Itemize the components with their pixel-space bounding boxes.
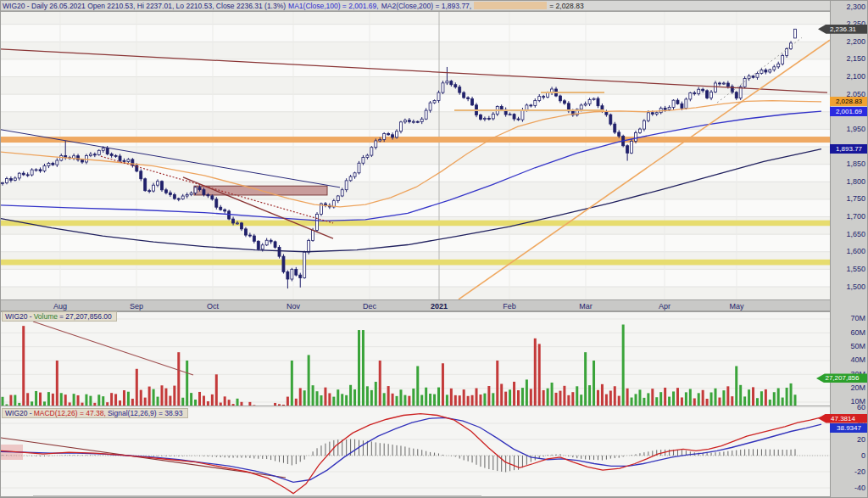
- ma1-legend-text: MA1(Close,100) = 2,001.69,: [288, 2, 379, 10]
- month-label-Dec: Dec: [353, 302, 387, 311]
- month-label-Oct: Oct: [196, 302, 230, 311]
- price-tick-1550: 1,550: [832, 265, 865, 274]
- month-label-Nov: Nov: [276, 302, 310, 311]
- price-tick-1950: 1,950: [832, 125, 865, 134]
- ma2-legend-text: MA2(Close,200) = 1,893.77,: [381, 2, 472, 10]
- volume-tick-20: 20M: [832, 383, 865, 393]
- pane-separator: [1, 311, 830, 312]
- month-label-Feb: Feb: [492, 302, 526, 311]
- volume-tick-40: 40M: [832, 355, 865, 365]
- volume-pane[interactable]: [1, 311, 830, 406]
- ma3-highlight-swatch[interactable]: [474, 2, 547, 9]
- macd-tick-60: 60: [832, 403, 865, 412]
- chart-canvas[interactable]: [1, 1, 868, 498]
- price-tick-1500: 1,500: [832, 283, 865, 292]
- pane-separator: [1, 299, 830, 300]
- month-label-Sep: Sep: [120, 302, 153, 311]
- macd-pane[interactable]: [1, 407, 830, 496]
- macd-tick--20: -20: [832, 467, 865, 477]
- price-tick-1800: 1,800: [832, 177, 865, 187]
- volume-indicator-text: Volume: [34, 312, 58, 321]
- macd-tick-0: 0: [832, 451, 865, 461]
- price-tick-1650: 1,650: [832, 230, 865, 239]
- chart-title-bar: WIG20 - Daily 26.05.2021 Open 2210.53, H…: [1, 1, 830, 11]
- month-label-Apr: Apr: [648, 302, 682, 311]
- orange-resistance-band: [1, 137, 830, 143]
- volume-value-text: = 27,207,856.00: [59, 312, 112, 321]
- price-badge-1,893.77: 1,893.77: [830, 144, 868, 154]
- volume-tick-50: 50M: [832, 342, 865, 351]
- price-pane[interactable]: [1, 1, 830, 305]
- macd-signal-text: Signal(12,26,9) = 38.93: [108, 409, 183, 417]
- price-tick-2100: 2,100: [832, 72, 865, 81]
- macd-pane-header: WIG20 - MACD(12,26) = 47.38, Signal(12,2…: [2, 408, 188, 418]
- month-label-May: May: [720, 302, 754, 311]
- month-label-2021: 2021: [422, 302, 456, 311]
- chart-application-window: WIG20 - Daily 26.05.2021 Open 2210.53, H…: [0, 0, 868, 498]
- pane-separator: [1, 11, 830, 12]
- volume-pane-header: WIG20 - Volume = 27,207,856.00: [2, 311, 117, 322]
- price-tick-2200: 2,200: [832, 37, 865, 47]
- volume-badge: 27,207,856: [816, 373, 868, 383]
- ohlc-summary-text: WIG20 - Daily 26.05.2021 Open 2210.53, H…: [3, 2, 286, 10]
- x-axis-month-strip: AugSepOctNovDec2021FebMarAprMay: [1, 299, 830, 311]
- price-tick-1600: 1,600: [832, 247, 865, 256]
- signal-badge: 38.9347: [830, 423, 868, 433]
- macd-tick--40: -40: [832, 484, 865, 493]
- macd-tick-20: 20: [832, 435, 865, 445]
- macd-symbol-text: WIG20 -: [5, 409, 32, 417]
- price-tick-2150: 2,150: [832, 54, 865, 64]
- month-label-Mar: Mar: [569, 302, 603, 311]
- price-tick-1750: 1,750: [832, 194, 865, 204]
- price-tick-2300: 2,300: [832, 3, 865, 12]
- price-badge-2,001.69: 2,001.69: [830, 107, 868, 116]
- price-tick-1850: 1,850: [832, 159, 865, 169]
- macd-badge: 47.3814: [818, 414, 868, 423]
- price-badge-2,236.31: 2,236.31: [818, 25, 868, 34]
- volume-tick-70: 70M: [832, 314, 865, 323]
- yellow-support-band-1: [1, 221, 830, 227]
- price-badge-2,028.83: 2,028.83: [830, 97, 868, 106]
- volume-symbol-text: WIG20 -: [5, 312, 32, 321]
- pane-separator: [1, 406, 830, 406]
- volume-tick-60: 60M: [832, 328, 865, 338]
- price-tick-1700: 1,700: [832, 212, 865, 221]
- yellow-support-band-2: [1, 260, 830, 266]
- ma3-value-text: = 2,028.83: [549, 2, 583, 10]
- macd-value-text: MACD(12,26) = 47.38,: [34, 409, 106, 417]
- month-label-Aug: Aug: [43, 302, 77, 311]
